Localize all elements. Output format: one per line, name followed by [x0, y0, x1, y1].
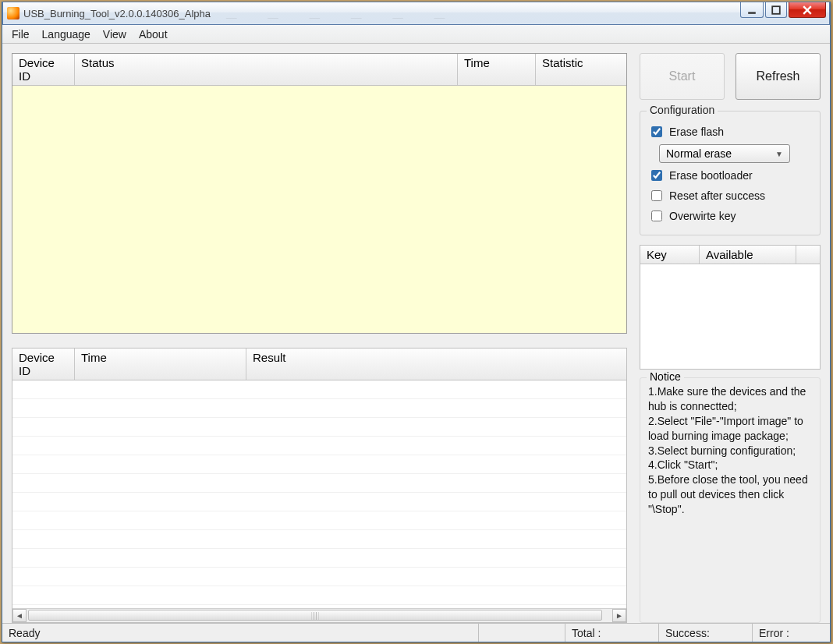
overwrite-key-checkbox[interactable]: [651, 211, 662, 221]
maximize-button[interactable]: [765, 2, 787, 18]
window-title: USB_Burning_Tool_v2.0.0.140306_Alpha: [23, 8, 211, 19]
minimize-button[interactable]: [740, 2, 764, 18]
reset-after-success-checkbox[interactable]: [651, 190, 662, 201]
notice-legend: Notice: [647, 370, 684, 383]
col2-result[interactable]: Result: [246, 349, 626, 380]
status-bar: Ready Total : Success: Error :: [2, 623, 830, 642]
device-table: Device ID Status Time Statistic: [12, 53, 627, 334]
erase-bootloader-checkbox[interactable]: [651, 170, 662, 181]
menu-file[interactable]: File: [5, 27, 36, 42]
menu-view[interactable]: View: [97, 27, 133, 42]
erase-flash-label: Erase flash: [669, 126, 724, 138]
menu-bar: File Language View About: [2, 25, 830, 44]
overwrite-key-option[interactable]: Overwirte key: [648, 208, 812, 224]
status-success: Success:: [658, 624, 752, 642]
app-icon: [7, 7, 19, 19]
key-table-body[interactable]: [640, 264, 820, 369]
notice-group: Notice 1.Make sure the devices and the h…: [640, 377, 821, 623]
erase-bootloader-option[interactable]: Erase bootloader: [648, 168, 812, 183]
erase-mode-value: Normal erase: [666, 147, 732, 160]
background-tabs: ____________: [211, 2, 829, 24]
overwrite-key-label: Overwirte key: [669, 210, 736, 222]
menu-about[interactable]: About: [133, 27, 174, 42]
close-button[interactable]: [789, 2, 826, 18]
col-statistic[interactable]: Statistic: [536, 54, 626, 85]
reset-after-success-option[interactable]: Reset after success: [648, 188, 812, 203]
device-table-header: Device ID Status Time Statistic: [12, 54, 626, 86]
start-button[interactable]: Start: [640, 53, 725, 100]
scroll-thumb[interactable]: [28, 610, 602, 621]
refresh-button[interactable]: Refresh: [736, 53, 821, 100]
erase-bootloader-label: Erase bootloader: [669, 169, 753, 182]
configuration-group: Configuration Erase flash Normal erase ▼: [640, 111, 821, 235]
col2-device-id[interactable]: Device ID: [12, 349, 75, 380]
title-bar[interactable]: USB_Burning_Tool_v2.0.0.140306_Alpha ___…: [2, 2, 830, 25]
key-table: Key Available: [640, 245, 821, 370]
col-device-id[interactable]: Device ID: [12, 54, 75, 85]
client-area: Device ID Status Time Statistic Device I…: [2, 44, 830, 623]
result-table: Device ID Time Result ◄ ►: [12, 348, 627, 623]
erase-flash-option[interactable]: Erase flash: [648, 124, 812, 140]
status-error: Error :: [752, 624, 830, 642]
status-total: Total :: [565, 624, 658, 642]
menu-language[interactable]: Language: [36, 27, 97, 42]
erase-mode-select[interactable]: Normal erase ▼: [659, 144, 790, 163]
scroll-right-icon[interactable]: ►: [612, 609, 626, 622]
scroll-track[interactable]: [27, 609, 612, 622]
chevron-down-icon: ▼: [775, 150, 783, 158]
scroll-left-icon[interactable]: ◄: [12, 609, 27, 622]
device-table-body[interactable]: [12, 86, 626, 333]
col-key-spacer: [796, 246, 820, 264]
status-spacer: [479, 624, 565, 642]
notice-text: 1.Make sure the devices and the hub is c…: [648, 384, 812, 517]
app-window: USB_Burning_Tool_v2.0.0.140306_Alpha ___…: [2, 2, 831, 642]
reset-after-success-label: Reset after success: [669, 189, 765, 202]
svg-rect-1: [772, 6, 780, 14]
result-table-body[interactable]: [12, 380, 626, 608]
result-table-header: Device ID Time Result: [12, 349, 626, 380]
result-scrollbar[interactable]: ◄ ►: [12, 608, 626, 622]
col-status[interactable]: Status: [75, 54, 458, 85]
status-ready: Ready: [2, 624, 479, 642]
col-available[interactable]: Available: [700, 246, 796, 264]
configuration-legend: Configuration: [647, 104, 718, 116]
col-time[interactable]: Time: [458, 54, 536, 85]
col2-time[interactable]: Time: [75, 349, 246, 380]
col-key[interactable]: Key: [640, 246, 700, 264]
erase-flash-checkbox[interactable]: [651, 126, 662, 137]
